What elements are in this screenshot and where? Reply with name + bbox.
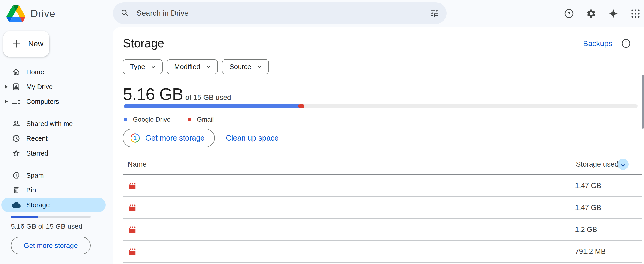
get-more-storage-label: Get more storage [145,134,204,142]
new-button[interactable]: New [3,31,49,57]
app-title: Drive [30,8,55,20]
sidebar-get-more-storage-label: Get more storage [24,242,78,249]
sidebar-item-label: Storage [26,201,50,209]
sidebar-nav: Home My Drive [2,65,108,220]
bin-trash-icon [12,185,21,195]
drive-triangle-logo-icon [6,5,25,22]
sidebar-item-computers[interactable]: Computers [2,94,106,109]
storage-files-table: Name Storage used 1.47 GB [123,154,642,262]
storage-cloud-icon [12,200,21,209]
sidebar-storage-fill [11,215,38,218]
sidebar-item-label: Shared with me [26,120,73,128]
sidebar-item-my-drive[interactable]: My Drive [2,79,106,94]
topbar: Drive Search in Drive ? [0,0,644,27]
drive-usage-segment [124,104,300,108]
table-row[interactable]: 1.2 GB [123,219,642,241]
video-file-icon [128,204,136,212]
page-title: Storage [123,37,164,50]
google-one-icon: 1 [130,133,140,143]
file-size: 1.2 GB [575,225,598,234]
filter-chip-type[interactable]: Type [123,59,162,74]
sidebar-item-bin[interactable]: Bin [2,183,106,197]
sidebar-item-spam[interactable]: Spam [2,168,106,183]
storage-used-column-header[interactable]: Storage used [576,160,618,168]
video-file-icon [128,248,136,255]
legend-item-gmail: Gmail [188,116,214,123]
usage-legend: Google Drive Gmail [124,116,214,123]
filter-chips: Type Modified Source [123,59,269,74]
plus-icon [12,39,21,49]
video-file-icon [128,182,136,190]
svg-text:1: 1 [134,135,137,141]
storage-actions: 1 Get more storage Clean up space [123,129,279,147]
sidebar-item-starred[interactable]: Starred [2,146,106,161]
star-icon [12,149,21,158]
table-header: Name Storage used [123,154,642,175]
settings-gear-icon[interactable] [586,8,596,19]
apps-grid-icon[interactable] [630,8,641,19]
search-placeholder: Search in Drive [136,9,189,18]
name-column-header[interactable]: Name [128,160,147,168]
sidebar-storage-label: 5.16 GB of 15 GB used [11,222,82,230]
gmail-usage-segment [298,104,304,108]
sidebar-item-storage[interactable]: Storage [2,197,106,212]
drive-logo[interactable]: Drive [6,0,55,27]
recent-clock-icon [12,134,21,143]
info-icon[interactable] [621,38,631,49]
drive-legend-dot-icon [124,118,127,121]
help-icon[interactable]: ? [564,8,574,19]
filter-chip-modified[interactable]: Modified [167,59,218,74]
chevron-down-icon [151,66,155,68]
sidebar-get-more-storage-button[interactable]: Get more storage [11,237,91,254]
file-size: 1.47 GB [575,203,601,212]
sidebar-item-recent[interactable]: Recent [2,131,106,146]
gemini-spark-icon[interactable] [608,8,619,19]
new-button-label: New [28,40,43,48]
home-icon [12,67,21,77]
svg-text:?: ? [568,11,571,16]
sidebar-item-label: Computers [26,98,59,105]
clean-up-space-link[interactable]: Clean up space [226,134,279,142]
storage-used-suffix: of 15 GB used [186,93,231,102]
sidebar-item-home[interactable]: Home [2,65,106,79]
chevron-right-icon[interactable] [5,85,8,89]
table-row[interactable]: 1.47 GB [123,175,642,197]
sidebar-item-label: Home [26,68,44,76]
sidebar-storage-bar [11,215,91,218]
storage-usage-summary: 5.16 GB of 15 GB used [123,85,231,104]
sidebar-item-label: Recent [26,135,48,142]
sidebar-item-label: Bin [26,186,36,194]
google-drive-storage-page: { "app": { "name": "Drive" }, "topbar": … [0,0,644,264]
shared-people-icon [12,119,21,128]
table-row[interactable]: 1.47 GB [123,197,642,219]
main-content: Storage Backups Type Modified Source [113,27,644,264]
topbar-actions: ? [564,0,641,27]
spam-icon [12,171,21,180]
file-size: 1.47 GB [575,182,601,190]
legend-item-google-drive: Google Drive [124,116,170,123]
gmail-legend-dot-icon [188,118,191,121]
tune-filters-icon[interactable] [430,9,439,18]
chevron-down-icon [258,66,262,68]
search-input[interactable]: Search in Drive [113,2,446,24]
storage-used-amount: 5.16 GB [123,85,183,104]
get-more-storage-button[interactable]: 1 Get more storage [123,129,215,147]
sidebar-item-shared-with-me[interactable]: Shared with me [2,116,106,131]
sort-descending-button[interactable] [618,159,628,170]
sidebar-item-label: Starred [26,150,48,157]
search-icon[interactable] [120,9,130,18]
vertical-scrollbar[interactable] [642,75,644,129]
sidebar-item-label: Spam [26,172,44,179]
arrow-down-icon [620,161,626,168]
my-drive-icon [12,82,21,91]
table-row[interactable]: 791.2 MB [123,241,642,262]
chevron-down-icon [206,66,210,68]
filter-chip-source[interactable]: Source [222,59,269,74]
sidebar: New Home M [0,27,113,264]
file-size: 791.2 MB [575,247,606,256]
storage-usage-bar [124,104,638,108]
chevron-right-icon[interactable] [5,100,8,103]
sidebar-item-label: My Drive [26,83,52,91]
computers-icon [12,97,21,106]
backups-link[interactable]: Backups [583,39,612,48]
